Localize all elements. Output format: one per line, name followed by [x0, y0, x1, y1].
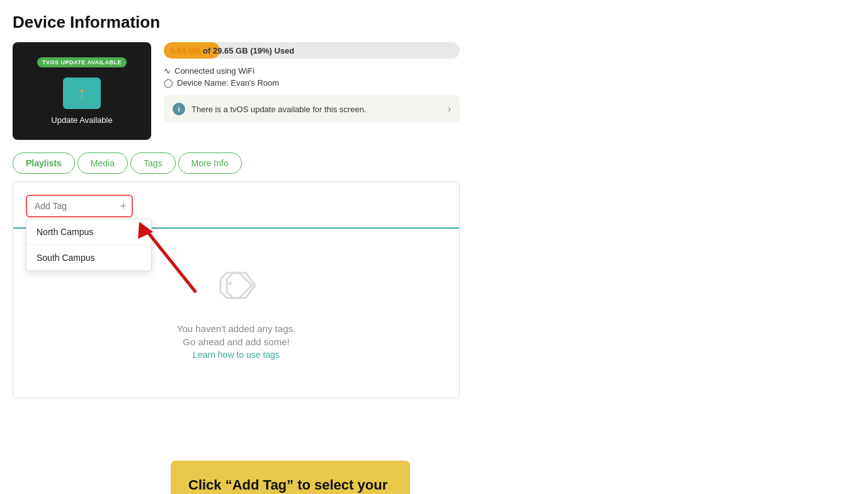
tab-more-info[interactable]: More Info — [178, 152, 242, 174]
storage-text: 5.63 GB of 29.65 GB (19%) Used — [170, 46, 294, 55]
tag-option-north-campus[interactable]: North Campus — [26, 219, 151, 245]
tab-media[interactable]: Media — [77, 152, 128, 174]
device-name-icon: ◯ — [164, 78, 173, 88]
device-info-panel: 5.63 GB of 29.65 GB (19%) Used ∿ Connect… — [164, 42, 460, 123]
page-title: Device Information — [13, 13, 460, 32]
chevron-right-icon: › — [448, 103, 451, 115]
callout-box: Click “Add Tag” to select your Tag and T… — [171, 461, 410, 494]
wifi-info: ∿ Connected using WiFi — [164, 66, 460, 76]
tab-playlists[interactable]: Playlists — [13, 152, 75, 174]
svg-point-0 — [228, 282, 232, 285]
tvos-badge: TVOS UPDATE AVAILABLE — [37, 57, 127, 67]
upload-arrow-icon: ↑ — [77, 83, 86, 103]
storage-bar: 5.63 GB of 29.65 GB (19%) Used — [164, 42, 460, 59]
wifi-icon: ∿ — [164, 66, 171, 76]
empty-state-subtitle: Go ahead and add some! — [183, 336, 289, 347]
device-meta: ∿ Connected using WiFi ◯ Device Name: Ev… — [164, 66, 460, 88]
update-label: Update Available — [51, 115, 112, 125]
update-notice-banner[interactable]: i There is a tvOS update available for t… — [164, 95, 460, 123]
device-card: TVOS UPDATE AVAILABLE ↑ Update Available… — [13, 42, 460, 140]
content-area: + North Campus South Campus You hav — [13, 181, 460, 398]
update-notice-text: There is a tvOS update available for thi… — [191, 105, 442, 114]
tabs-container: Playlists Media Tags More Info — [13, 152, 460, 174]
device-name-info: ◯ Device Name: Evan's Room — [164, 78, 460, 88]
tag-dropdown: North Campus South Campus — [26, 219, 152, 271]
update-icon: ↑ — [63, 78, 101, 109]
tags-empty-icon — [214, 267, 258, 313]
tab-tags[interactable]: Tags — [130, 152, 176, 174]
info-icon: i — [173, 103, 185, 115]
tag-option-south-campus[interactable]: South Campus — [26, 245, 151, 270]
device-thumbnail: TVOS UPDATE AVAILABLE ↑ Update Available — [13, 42, 151, 140]
empty-state-title: You haven't added any tags. — [177, 323, 295, 334]
add-tag-wrapper: + North Campus South Campus — [26, 195, 133, 217]
learn-tags-link[interactable]: Learn how to use tags — [193, 350, 280, 360]
add-tag-input[interactable] — [26, 195, 133, 217]
callout-text: Click “Add Tag” to select your Tag and T… — [188, 476, 392, 494]
